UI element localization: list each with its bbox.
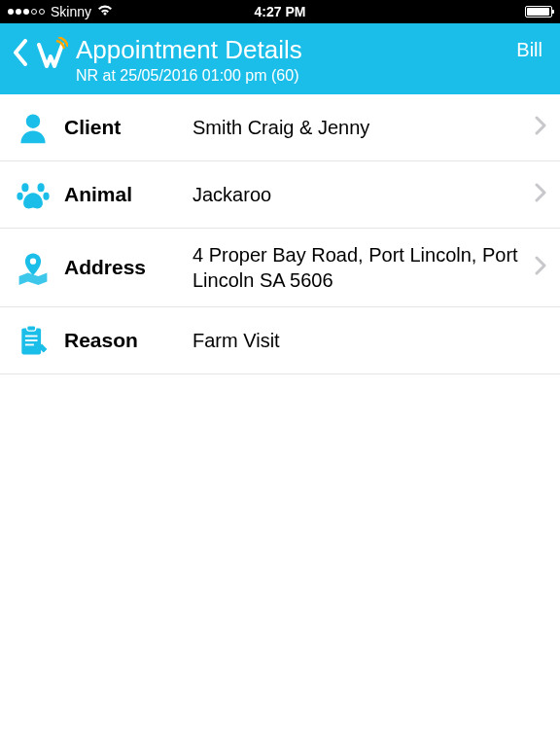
content: Client Smith Craig & Jenny Animal Jackar… — [0, 94, 560, 747]
animal-label: Animal — [64, 183, 181, 206]
clock: 4:27 PM — [255, 4, 306, 19]
reason-row: Reason Farm Visit — [0, 307, 560, 374]
animal-value: Jackaroo — [192, 182, 523, 207]
svg-point-5 — [30, 259, 36, 265]
address-row[interactable]: Address 4 Proper Bay Road, Port Lincoln,… — [0, 229, 560, 307]
svg-rect-7 — [27, 326, 36, 331]
client-row[interactable]: Client Smith Craig & Jenny — [0, 94, 560, 161]
svg-rect-10 — [25, 344, 34, 346]
person-icon — [14, 108, 52, 147]
chevron-right-icon — [535, 256, 546, 279]
reason-label: Reason — [64, 329, 181, 352]
svg-point-2 — [38, 183, 45, 192]
svg-rect-8 — [25, 336, 38, 338]
app-logo-icon — [33, 37, 68, 72]
animal-row[interactable]: Animal Jackaroo — [0, 161, 560, 229]
paw-icon — [14, 175, 52, 214]
signal-strength-icon — [8, 9, 45, 15]
nav-header: Appointment Details NR at 25/05/2016 01:… — [0, 23, 560, 94]
page-subtitle: NR at 25/05/2016 01:00 pm (60) — [76, 67, 516, 85]
reason-value: Farm Visit — [192, 328, 546, 353]
client-value: Smith Craig & Jenny — [192, 115, 523, 140]
bill-button[interactable]: Bill — [516, 31, 548, 61]
map-pin-icon — [14, 248, 52, 287]
chevron-right-icon — [535, 183, 546, 206]
clipboard-icon — [14, 321, 52, 360]
svg-point-1 — [21, 183, 28, 192]
chevron-right-icon — [535, 116, 546, 139]
address-value: 4 Proper Bay Road, Port Lincoln, Port Li… — [192, 242, 523, 293]
svg-point-4 — [43, 193, 49, 200]
status-bar: Skinny 4:27 PM — [0, 0, 560, 23]
svg-point-3 — [17, 193, 22, 200]
address-label: Address — [64, 256, 181, 279]
chevron-left-icon — [12, 39, 29, 70]
carrier-label: Skinny — [51, 4, 91, 19]
wifi-icon — [97, 4, 113, 19]
title-area: Appointment Details NR at 25/05/2016 01:… — [76, 31, 516, 85]
status-right — [525, 6, 552, 18]
battery-icon — [525, 6, 552, 18]
client-label: Client — [64, 116, 181, 139]
page-title: Appointment Details — [76, 35, 516, 65]
status-left: Skinny — [8, 4, 113, 19]
svg-point-0 — [26, 115, 40, 128]
svg-rect-9 — [25, 339, 38, 341]
back-button[interactable] — [12, 31, 68, 72]
